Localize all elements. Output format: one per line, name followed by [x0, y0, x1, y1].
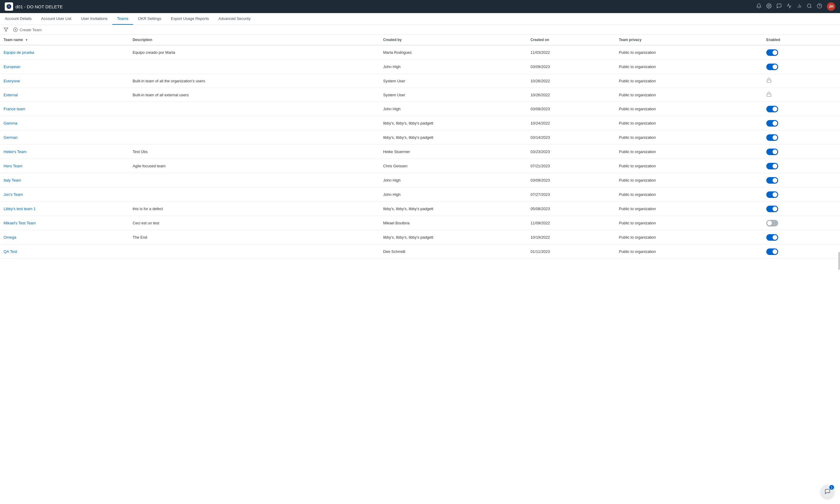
- cell-created-on: 07/21/2023: [531, 159, 619, 173]
- planview-logo[interactable]: [5, 2, 13, 11]
- table-row: EuropeanJohn High03/09/2023Public to org…: [0, 60, 840, 74]
- table-row: Hero TeamAgile focused teamChris Geissen…: [0, 159, 840, 173]
- cell-team-name[interactable]: QA Test: [0, 245, 132, 259]
- svg-marker-9: [4, 28, 8, 32]
- toggle-switch[interactable]: [766, 177, 778, 184]
- cell-enabled[interactable]: [766, 159, 840, 173]
- toggle-switch[interactable]: [766, 249, 778, 255]
- cell-team-privacy: Public to organization: [619, 230, 766, 245]
- toggle-switch[interactable]: [766, 206, 778, 212]
- cell-enabled[interactable]: [766, 173, 840, 187]
- cell-enabled[interactable]: [766, 187, 840, 202]
- cell-enabled[interactable]: [766, 245, 840, 259]
- cell-team-name[interactable]: European: [0, 60, 132, 74]
- cell-created-by: Marta Rodriguez: [383, 45, 531, 60]
- create-team-button[interactable]: Create Team: [13, 27, 42, 32]
- table-row: France teamJohn High03/09/2023Public to …: [0, 102, 840, 116]
- cell-description: Built-in team of all the organization's …: [132, 74, 383, 88]
- cell-team-name[interactable]: France team: [0, 102, 132, 116]
- col-header-description: Description: [132, 35, 383, 45]
- toggle-switch[interactable]: [766, 64, 778, 70]
- subnav-account-details[interactable]: Account Details: [0, 13, 36, 25]
- cell-team-privacy: Public to organization: [619, 102, 766, 116]
- subnav-advanced-security[interactable]: Advanced Security: [214, 13, 255, 25]
- cell-team-privacy: Public to organization: [619, 116, 766, 130]
- cell-created-by: John High: [383, 173, 531, 187]
- toggle-switch[interactable]: [766, 120, 778, 127]
- cell-created-by: Chris Geissen: [383, 159, 531, 173]
- table-row: EveryoneBuilt-in team of all the organiz…: [0, 74, 840, 88]
- cell-team-name[interactable]: Equipo de prueba: [0, 45, 132, 60]
- notification-icon[interactable]: [756, 3, 762, 10]
- avatar[interactable]: JH: [827, 2, 835, 11]
- subnav-account-user-list[interactable]: Account User List: [36, 13, 76, 25]
- cell-team-name[interactable]: Libby's test team 1: [0, 202, 132, 216]
- toggle-switch[interactable]: [766, 234, 778, 241]
- top-bar-left: d01 - DO NOT DELETE: [5, 2, 63, 11]
- cell-team-name[interactable]: Everyone: [0, 74, 132, 88]
- cell-created-by: Heike Stuermer: [383, 145, 531, 159]
- cell-team-name[interactable]: Hero Team: [0, 159, 132, 173]
- chart-icon[interactable]: [797, 3, 802, 10]
- svg-line-6: [810, 7, 811, 8]
- cell-created-by: libby's, libby's, libby's padgett: [383, 230, 531, 245]
- col-header-team-name[interactable]: Team name ▼: [0, 35, 132, 45]
- cell-team-name[interactable]: Gamma: [0, 116, 132, 130]
- toggle-switch[interactable]: [766, 106, 778, 112]
- subnav-export-usage-reports[interactable]: Export Usage Reports: [166, 13, 214, 25]
- cell-created-on: 11/09/2022: [531, 216, 619, 230]
- cell-enabled[interactable]: [766, 216, 840, 230]
- filter-button[interactable]: [4, 27, 8, 32]
- cell-enabled[interactable]: [766, 145, 840, 159]
- cell-description: [132, 60, 383, 74]
- cell-team-privacy: Public to organization: [619, 159, 766, 173]
- table-row: Libby's test team 1this is for a defectl…: [0, 202, 840, 216]
- cell-enabled[interactable]: [766, 202, 840, 216]
- toggle-switch[interactable]: [766, 149, 778, 155]
- top-bar: d01 - DO NOT DELETE JH: [0, 0, 840, 13]
- cell-enabled[interactable]: [766, 102, 840, 116]
- cell-team-name[interactable]: Mikael's Test Team: [0, 216, 132, 230]
- cell-team-name[interactable]: External: [0, 88, 132, 102]
- toolbar: Create Team: [0, 25, 840, 35]
- cell-created-on: 03/09/2023: [531, 173, 619, 187]
- lock-icon: [766, 93, 772, 98]
- svg-point-1: [768, 5, 770, 7]
- cell-created-by: John High: [383, 102, 531, 116]
- svg-rect-13: [767, 80, 771, 82]
- cell-description: [132, 187, 383, 202]
- cell-team-name[interactable]: Omega: [0, 230, 132, 245]
- analytics-icon[interactable]: [786, 3, 792, 10]
- table-row: ExternalBuilt-in team of all external us…: [0, 88, 840, 102]
- subnav-okr-settings[interactable]: OKR Settings: [133, 13, 166, 25]
- cell-description: this is for a defect: [132, 202, 383, 216]
- svg-rect-14: [767, 94, 771, 96]
- cell-enabled[interactable]: [766, 60, 840, 74]
- help-icon[interactable]: [817, 3, 822, 10]
- cell-team-privacy: Public to organization: [619, 60, 766, 74]
- cell-team-privacy: Public to organization: [619, 173, 766, 187]
- cell-description: Test Übs: [132, 145, 383, 159]
- toggle-switch[interactable]: [766, 220, 778, 227]
- toggle-switch[interactable]: [766, 163, 778, 169]
- cell-team-name[interactable]: Italy Team: [0, 173, 132, 187]
- cell-team-name[interactable]: Heike's Team: [0, 145, 132, 159]
- toggle-switch[interactable]: [766, 134, 778, 141]
- cell-created-on: 05/08/2023: [531, 202, 619, 216]
- cell-created-on: 10/24/2022: [531, 116, 619, 130]
- toggle-switch[interactable]: [766, 49, 778, 56]
- settings-icon[interactable]: [766, 3, 772, 10]
- cell-enabled[interactable]: [766, 230, 840, 245]
- cell-enabled[interactable]: [766, 45, 840, 60]
- subnav-teams[interactable]: Teams: [112, 13, 133, 25]
- cell-team-name[interactable]: Jon's Team: [0, 187, 132, 202]
- toggle-switch[interactable]: [766, 192, 778, 198]
- cell-team-name[interactable]: German: [0, 130, 132, 145]
- messages-icon[interactable]: [776, 3, 782, 10]
- cell-created-by: libby's, libby's, libby's padgett: [383, 202, 531, 216]
- cell-enabled[interactable]: [766, 116, 840, 130]
- cell-enabled: [766, 88, 840, 102]
- search-icon[interactable]: [807, 3, 812, 10]
- subnav-user-invitations[interactable]: User Invitations: [76, 13, 112, 25]
- cell-enabled[interactable]: [766, 130, 840, 145]
